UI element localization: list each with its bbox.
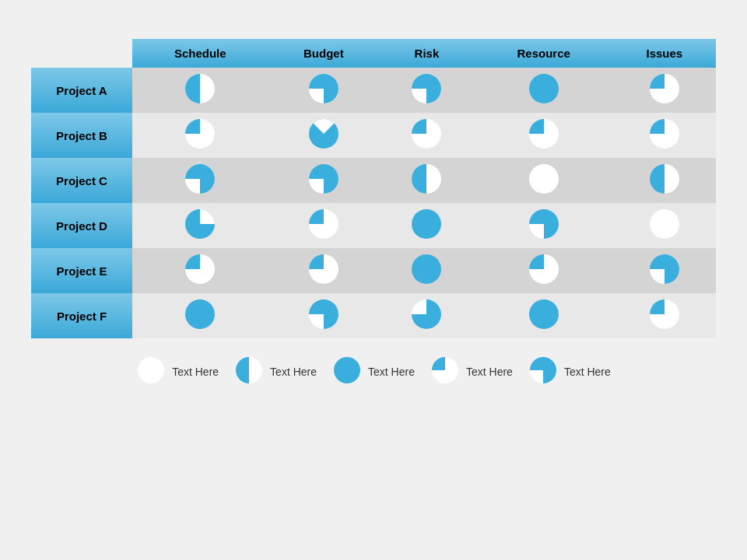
ball-0-4 xyxy=(613,68,716,113)
svg-point-32 xyxy=(412,209,441,239)
row-label-projecta: Project A xyxy=(31,68,132,113)
ball-5-0 xyxy=(132,293,268,338)
ball-0-3 xyxy=(475,68,613,113)
ball-3-1 xyxy=(268,203,379,248)
harvey-table: ScheduleBudgetRiskResourceIssues Project… xyxy=(31,39,716,338)
row-label-projectc: Project C xyxy=(31,158,132,203)
table-container: ScheduleBudgetRiskResourceIssues Project… xyxy=(31,39,716,338)
ball-2-0 xyxy=(132,158,268,203)
svg-point-40 xyxy=(412,254,441,284)
legend-ball-1 xyxy=(234,355,264,387)
ball-4-4 xyxy=(613,248,716,293)
ball-5-3 xyxy=(475,293,613,338)
ball-0-0 xyxy=(132,68,268,113)
legend-item-3: Text Here xyxy=(430,355,513,387)
ball-1-2 xyxy=(379,113,474,158)
ball-2-2 xyxy=(379,158,474,203)
legend-label-4: Text Here xyxy=(564,366,611,378)
legend-ball-3 xyxy=(430,355,460,387)
svg-point-45 xyxy=(185,299,215,329)
legend-label-3: Text Here xyxy=(466,366,513,378)
svg-point-50 xyxy=(529,299,559,329)
ball-3-3 xyxy=(475,203,613,248)
table-row: Project D xyxy=(31,203,716,248)
svg-point-56 xyxy=(334,357,360,383)
ball-1-0 xyxy=(132,113,268,158)
legend: Text HereText HereText HereText HereText… xyxy=(31,355,716,387)
ball-3-0 xyxy=(132,203,268,248)
ball-5-2 xyxy=(379,293,474,338)
legend-item-4: Text Here xyxy=(528,355,611,387)
ball-4-0 xyxy=(132,248,268,293)
page: ScheduleBudgetRiskResourceIssues Project… xyxy=(0,0,747,560)
table-row: Project F xyxy=(31,293,716,338)
row-label-projectb: Project B xyxy=(31,113,132,158)
ball-2-3 xyxy=(475,158,613,203)
legend-label-0: Text Here xyxy=(172,366,219,378)
svg-point-25 xyxy=(529,164,559,194)
legend-item-0: Text Here xyxy=(136,355,219,387)
ball-0-2 xyxy=(379,68,474,113)
ball-0-1 xyxy=(268,68,379,113)
svg-point-35 xyxy=(650,209,679,239)
ball-4-2 xyxy=(379,248,474,293)
ball-3-2 xyxy=(379,203,474,248)
header-row: ScheduleBudgetRiskResourceIssues xyxy=(31,39,716,68)
row-label-projectd: Project D xyxy=(31,203,132,248)
ball-5-1 xyxy=(268,293,379,338)
legend-ball-0 xyxy=(136,355,166,387)
header-empty xyxy=(31,39,132,68)
ball-1-1 xyxy=(268,113,379,158)
legend-item-2: Text Here xyxy=(332,355,415,387)
ball-2-1 xyxy=(268,158,379,203)
legend-ball-2 xyxy=(332,355,362,387)
ball-4-1 xyxy=(268,248,379,293)
table-row: Project A xyxy=(31,68,716,113)
table-row: Project E xyxy=(31,248,716,293)
ball-1-3 xyxy=(475,113,613,158)
legend-item-1: Text Here xyxy=(234,355,317,387)
legend-ball-4 xyxy=(528,355,558,387)
ball-1-4 xyxy=(613,113,716,158)
table-row: Project C xyxy=(31,158,716,203)
ball-3-4 xyxy=(613,203,716,248)
header-issues: Issues xyxy=(613,39,716,68)
ball-4-3 xyxy=(475,248,613,293)
row-label-projecte: Project E xyxy=(31,248,132,293)
ball-5-4 xyxy=(613,293,716,338)
header-resource: Resource xyxy=(475,39,613,68)
svg-point-53 xyxy=(138,357,164,383)
legend-label-2: Text Here xyxy=(368,366,415,378)
header-schedule: Schedule xyxy=(132,39,268,68)
ball-2-4 xyxy=(613,158,716,203)
svg-point-6 xyxy=(529,74,559,103)
header-budget: Budget xyxy=(268,39,379,68)
table-row: Project B xyxy=(31,113,716,158)
legend-label-1: Text Here xyxy=(270,366,317,378)
row-label-projectf: Project F xyxy=(31,293,132,338)
header-risk: Risk xyxy=(379,39,474,68)
